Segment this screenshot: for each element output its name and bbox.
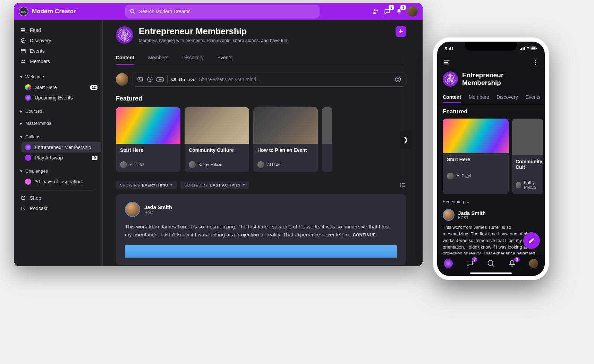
author-avatar [447, 173, 454, 180]
search-input[interactable] [139, 9, 315, 14]
svg-point-37 [535, 62, 536, 63]
list-view-toggle[interactable] [400, 182, 406, 188]
phone-filter[interactable]: Everything ⌄ [437, 194, 545, 209]
post[interactable]: Jada Smith Host This work from James Tur… [116, 194, 406, 265]
svg-rect-27 [521, 48, 522, 50]
filter-showing[interactable]: SHOWING EVERYTHING ▾ [116, 181, 177, 189]
featured-card[interactable]: How to Plan an Event Al Patel [253, 107, 318, 172]
sidebar-item-upcoming-events[interactable]: Upcoming Events [22, 93, 101, 103]
menu-icon[interactable] [443, 59, 450, 66]
emoji-icon[interactable] [394, 76, 401, 83]
brand[interactable]: mc Modern Creator [19, 7, 76, 16]
phone-space-header: Entrepreneur Membership [437, 69, 545, 89]
topbar: mc Modern Creator 8 3 [14, 3, 423, 20]
count-badge: 12 [90, 85, 97, 90]
main-content: Entrepreneur Membership Members hanging … [103, 20, 423, 266]
sidebar-item-events[interactable]: Events [15, 46, 101, 56]
sidebar-group-courses[interactable]: ▸ Courses [15, 106, 101, 116]
chevron-right-icon: ▸ [20, 121, 23, 126]
sidebar-group-welcome[interactable]: ▾ Welcome [15, 71, 101, 82]
card-image [185, 107, 249, 144]
sidebar-group-collabs[interactable]: ▾ Collabs [15, 131, 101, 142]
featured-card-peek[interactable]: Community Cult Kathy Felicio [512, 119, 543, 194]
tab-events[interactable]: Events [526, 92, 541, 103]
sidebar-item-30-days[interactable]: 30 Days of Inspiration [22, 176, 101, 187]
filter-row: SHOWING EVERYTHING ▾ SORTED BY LAST ACTI… [116, 181, 406, 189]
sidebar-item-start-here[interactable]: Start Here 12 [22, 82, 101, 93]
phone-bottom-nav: 8 3 [437, 254, 545, 276]
svg-rect-4 [21, 30, 25, 31]
user-avatar[interactable] [407, 6, 418, 17]
tab-content[interactable]: Content [443, 92, 461, 103]
card-title: Community Cult [516, 159, 543, 170]
group-label: Welcome [25, 74, 44, 79]
post-role: HOST [458, 216, 486, 220]
composer-input[interactable] [199, 77, 391, 82]
svg-rect-28 [523, 47, 524, 50]
filter-sort[interactable]: SORTED BY LAST ACTIVITY ▾ [180, 181, 249, 189]
search-bar[interactable] [125, 5, 320, 18]
sidebar: Feed Discovery Events Members ▾ Welcome [14, 20, 103, 266]
search-icon [129, 8, 136, 15]
nav-chat[interactable]: 8 [466, 259, 474, 268]
sidebar-item-play-artswap[interactable]: Play Artswap 9 [22, 153, 101, 163]
go-live-button[interactable]: Go Live [171, 77, 195, 82]
more-icon[interactable] [532, 59, 539, 66]
svg-rect-5 [21, 32, 25, 32]
video-icon [171, 77, 177, 82]
swatch-icon [25, 95, 31, 101]
card-author: Kathy Felicio [198, 162, 222, 167]
featured-card[interactable]: Start Here Al Patel [443, 119, 509, 194]
tab-content[interactable]: Content [116, 51, 134, 65]
phone-topbar [437, 55, 545, 69]
nav-profile[interactable] [529, 259, 538, 268]
space-tabs: Content Members Discovery Events [116, 51, 406, 65]
external-link-icon [20, 206, 26, 211]
sidebar-group-challenges[interactable]: ▾ Challenges [15, 166, 101, 176]
tab-events[interactable]: Events [218, 51, 232, 65]
invite-icon[interactable] [372, 8, 379, 15]
featured-card[interactable]: Community Culture Kathy Felicio [185, 107, 249, 172]
gif-icon[interactable]: GIF [156, 77, 164, 82]
scroll-right-button[interactable]: ❯ [400, 131, 411, 149]
phone-space-title: Entrepreneur Membership [462, 71, 539, 87]
tab-discovery[interactable]: Discovery [497, 92, 518, 103]
nav-home[interactable] [444, 259, 453, 268]
featured-card-peek[interactable] [322, 107, 332, 172]
nav-search[interactable] [487, 259, 495, 268]
sidebar-item-discovery[interactable]: Discovery [15, 35, 101, 46]
image-icon[interactable] [137, 76, 143, 83]
bell-icon[interactable]: 3 [396, 8, 402, 15]
featured-heading: Featured [116, 95, 406, 102]
tab-discovery[interactable]: Discovery [182, 51, 203, 65]
nav-bell[interactable]: 3 [508, 259, 516, 268]
svg-point-39 [488, 261, 493, 266]
tab-members[interactable]: Members [469, 92, 489, 103]
composer-row: GIF Go Live [116, 72, 406, 87]
tab-members[interactable]: Members [148, 51, 168, 65]
chevron-down-icon: ▾ [170, 183, 173, 187]
chevron-right-icon: ▸ [20, 109, 23, 114]
sidebar-item-entrepreneur-membership[interactable]: Entrepreneur Membership [22, 142, 101, 153]
card-title: Start Here [120, 147, 176, 153]
chat-icon[interactable]: 8 [384, 8, 391, 15]
add-button[interactable]: + [396, 26, 406, 37]
sidebar-item-podcast[interactable]: Podcast [15, 203, 101, 214]
svg-rect-16 [172, 78, 175, 81]
phone-status-icons [520, 46, 537, 51]
poll-icon[interactable] [147, 76, 153, 83]
chevron-down-icon: ▾ [20, 168, 23, 174]
desktop-window: mc Modern Creator 8 3 [14, 3, 423, 266]
phone-time: 9:41 [445, 46, 454, 51]
sidebar-item-feed[interactable]: Feed [15, 25, 101, 35]
continue-link[interactable]: ...CONTINUE [349, 233, 376, 237]
sidebar-group-masterminds[interactable]: ▸ Masterminds [15, 118, 101, 129]
composer[interactable]: GIF Go Live [133, 72, 406, 87]
sidebar-item-shop[interactable]: Shop [15, 193, 101, 203]
compose-fab[interactable] [523, 232, 540, 249]
sidebar-label: Events [30, 48, 45, 54]
svg-point-25 [400, 186, 401, 187]
featured-card[interactable]: Start Here Al Patel [116, 107, 180, 172]
sidebar-item-members[interactable]: Members [15, 56, 101, 67]
svg-point-17 [396, 77, 401, 82]
